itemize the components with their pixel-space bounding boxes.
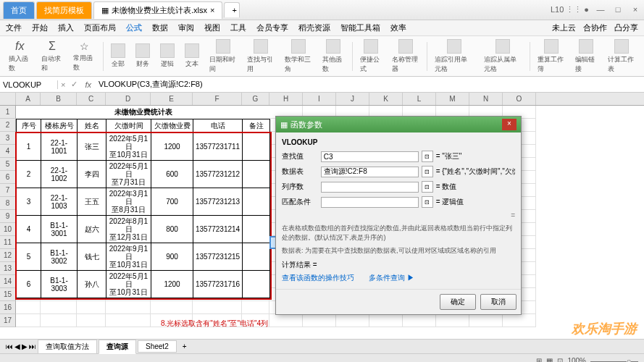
tab-add[interactable]: + — [224, 2, 240, 17]
ribbon-all[interactable]: 全部 — [108, 42, 128, 70]
ribbon-datetime[interactable]: 日期和时间 — [206, 38, 240, 75]
range-ref-button[interactable]: ⊡ — [422, 196, 433, 208]
dialog-icon: ▦ — [280, 120, 288, 130]
sheet-tab-1[interactable]: 查询源 — [99, 340, 136, 354]
ribbon-trace-prec[interactable]: 追踪引用单元格 — [432, 38, 476, 75]
sheet-nav-next[interactable]: ▶ — [22, 342, 28, 350]
menu-review[interactable]: 审阅 — [178, 22, 194, 33]
lookup-hint: = "张三" — [436, 151, 515, 161]
sheet-nav-first[interactable]: ⏮ — [6, 342, 13, 350]
sheet-nav-last[interactable]: ⏭ — [29, 342, 36, 350]
sheet-nav-prev[interactable]: ◀ — [14, 342, 20, 350]
file-icon: ▦ — [101, 6, 109, 15]
menu-file[interactable]: 文件 — [6, 22, 22, 33]
menu-resource[interactable]: 稻壳资源 — [298, 22, 330, 33]
menu-view[interactable]: 视图 — [204, 22, 220, 33]
ribbon-text[interactable]: 文本 — [182, 42, 202, 70]
ribbon-edit-link[interactable]: 编辑链接 — [572, 38, 601, 75]
lookup-label: 查找值 — [282, 151, 318, 161]
top-right-indicator: L10 ⋮⋮ ● — [551, 5, 589, 14]
maximize-button[interactable]: □ — [612, 5, 624, 14]
col-label: 列序数 — [282, 182, 318, 192]
menu-start[interactable]: 开始 — [32, 22, 48, 33]
view-normal-icon[interactable]: ⊞ — [536, 357, 542, 362]
ribbon-common[interactable]: ☆常用函数 — [70, 39, 99, 74]
ribbon-autosum[interactable]: Σ自动求和 — [38, 38, 67, 75]
lookup-input[interactable] — [321, 151, 419, 162]
tab-file-label: 未缴物业费业主统计表.xlsx — [112, 5, 207, 16]
ribbon-calc-sheet[interactable]: 计算工作表 — [605, 38, 638, 75]
formula-bar: VLOOKUP × ✓ fx — [0, 77, 644, 93]
tab-close-icon[interactable]: × — [210, 6, 214, 14]
array-hint: = {"姓名","欠缴时间","欠缴物业费","电话";... — [436, 167, 515, 177]
menubar: 文件 开始 插入 页面布局 公式 数据 审阅 视图 工具 会员专享 稻壳资源 智… — [0, 20, 644, 36]
col-hint: = 数值 — [436, 182, 515, 192]
dialog-desc2: 数据表: 为需要在其中查找数据的数据表,可以使用对区域或区域名称的引用 — [282, 246, 515, 256]
view-break-icon[interactable]: ⊡ — [557, 357, 563, 362]
zoom-slider[interactable]: —————○— — [590, 357, 638, 362]
dialog-more-link[interactable]: 多条件查询 ▶ — [369, 273, 414, 283]
sheet-tab-2[interactable]: Sheet2 — [138, 340, 177, 353]
fx-cancel-icon[interactable]: × — [58, 80, 68, 89]
col-input[interactable] — [321, 182, 419, 193]
close-button[interactable]: × — [630, 5, 641, 14]
menu-layout[interactable]: 页面布局 — [84, 22, 116, 33]
array-input[interactable] — [321, 167, 419, 177]
ribbon-logic[interactable]: 逻辑 — [157, 42, 177, 70]
dialog-func-name: VLOOKUP — [282, 138, 515, 146]
note-text: 8.光标选取含有"姓名"至"电话"4列 — [161, 319, 270, 329]
dialog-ok-button[interactable]: 确定 — [440, 294, 476, 310]
dialog-cancel-button[interactable]: 取消 — [480, 294, 517, 310]
view-layout-icon[interactable]: ▦ — [546, 357, 553, 362]
name-box[interactable]: VLOOKUP — [0, 80, 58, 89]
array-label: 数据表 — [282, 167, 318, 177]
sheet-add-button[interactable]: + — [178, 342, 191, 350]
dialog-title-text: 函数参数 — [290, 119, 322, 130]
menu-smarttools[interactable]: 智能工具箱 — [340, 22, 380, 33]
table-title: 未缴物业费统计表 — [17, 106, 270, 119]
menu-efficiency[interactable]: 效率 — [390, 22, 406, 33]
titlebar: 首页 找简历模板 ▦ 未缴物业费业主统计表.xlsx × + L10 ⋮⋮ ● … — [0, 0, 644, 20]
menu-member[interactable]: 会员专享 — [256, 22, 288, 33]
zoom-level[interactable]: 100% — [567, 357, 586, 362]
range-input[interactable] — [321, 197, 419, 208]
ribbon-name-mgr[interactable]: 名称管理器 — [389, 38, 422, 75]
ribbon: fx插入函数 Σ自动求和 ☆常用函数 全部 财务 逻辑 文本 日期和时间 查找与… — [0, 36, 644, 77]
collab-button[interactable]: 合协作 — [583, 22, 607, 33]
dialog-result-label: 计算结果 = — [282, 260, 515, 270]
ribbon-other[interactable]: 其他函数 — [319, 38, 348, 75]
function-args-dialog: ▦ 函数参数 × VLOOKUP 查找值 ⊡ = "张三" 数据表 ⊡ = {"… — [275, 116, 522, 315]
menu-data[interactable]: 数据 — [152, 22, 168, 33]
ribbon-trace-dep[interactable]: 追踪从属单元格 — [481, 38, 525, 75]
tab-home[interactable]: 首页 — [3, 1, 35, 19]
menu-formula[interactable]: 公式 — [126, 22, 142, 33]
ribbon-finance[interactable]: 财务 — [133, 42, 153, 70]
cloud-status[interactable]: 未上云 — [552, 22, 576, 33]
fx-icon[interactable]: fx — [80, 80, 96, 89]
tab-template[interactable]: 找简历模板 — [36, 1, 92, 19]
lookup-ref-button[interactable]: ⊡ — [422, 151, 433, 162]
ribbon-math[interactable]: 数学和三角 — [282, 38, 315, 75]
dialog-titlebar[interactable]: ▦ 函数参数 × — [276, 117, 521, 132]
sheet-tab-0[interactable]: 查询取值方法 — [38, 340, 97, 354]
formula-input[interactable] — [96, 80, 644, 89]
dialog-help-link[interactable]: 查看该函数的操作技巧 — [282, 273, 354, 283]
fx-accept-icon[interactable]: ✓ — [68, 80, 80, 89]
data-table-overlay: 未缴物业费统计表 序号楼栋房号姓名欠缴时间欠缴物业费电话备注 122-1-100… — [16, 106, 270, 329]
range-label: 匹配条件 — [282, 197, 318, 207]
menu-insert[interactable]: 插入 — [58, 22, 74, 33]
share-button[interactable]: 凸分享 — [614, 22, 638, 33]
ribbon-easy-formula[interactable]: 便捷公式 — [357, 38, 385, 75]
minimize-button[interactable]: — — [595, 5, 606, 14]
ribbon-lookup[interactable]: 查找与引用 — [244, 38, 277, 75]
dialog-close-button[interactable]: × — [502, 119, 517, 130]
range-hint: = 逻辑值 — [436, 197, 515, 207]
col-ref-button[interactable]: ⊡ — [422, 181, 433, 193]
statusbar: ⊞ ▦ ⊡ 100% —————○— — [0, 353, 644, 362]
sheet-tabs: ⏮ ◀ ▶ ⏭ 查询取值方法 查询源 Sheet2 + — [0, 339, 644, 353]
menu-tools[interactable]: 工具 — [230, 22, 246, 33]
array-ref-button[interactable]: ⊡ — [422, 166, 433, 177]
ribbon-recalc[interactable]: 重算工作簿 — [535, 38, 568, 75]
ribbon-insert-func[interactable]: fx插入函数 — [6, 38, 34, 75]
tab-file[interactable]: ▦ 未缴物业费业主统计表.xlsx × — [93, 1, 222, 19]
